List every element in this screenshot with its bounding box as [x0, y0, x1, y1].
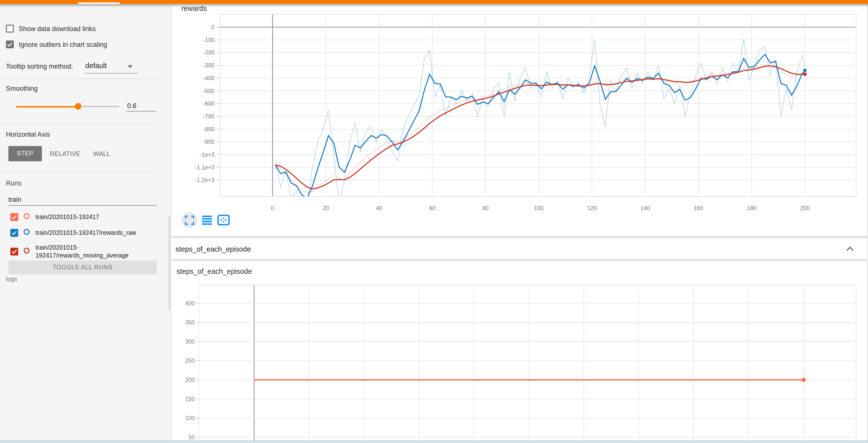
- svg-text:140: 140: [641, 205, 650, 211]
- divider: [0, 171, 158, 172]
- svg-text:150: 150: [185, 396, 195, 402]
- svg-text:0: 0: [271, 205, 274, 211]
- svg-text:-600: -600: [203, 100, 214, 107]
- run-label-1: train/20201015-192417: [35, 214, 160, 221]
- svg-text:-400: -400: [203, 75, 214, 81]
- horizontal-axis-label: Horizontal Axis: [6, 131, 50, 138]
- svg-text:60: 60: [429, 205, 435, 211]
- svg-text:180: 180: [747, 205, 756, 211]
- tooltip-sorting-select[interactable]: default: [85, 62, 107, 69]
- collapse-chevron-icon[interactable]: [846, 245, 854, 253]
- runs-filter-input[interactable]: [8, 196, 157, 206]
- sidebar-scrollbar[interactable]: [168, 216, 170, 310]
- svg-text:200: 200: [185, 377, 195, 383]
- svg-text:-700: -700: [203, 113, 214, 120]
- runs-label: Runs: [6, 180, 22, 187]
- tensorboard-app: Show data download links Ignore outliers…: [0, 0, 868, 443]
- svg-text:200: 200: [800, 205, 810, 211]
- rewards-chart-toolbar: [181, 212, 241, 229]
- fullscreen-icon[interactable]: [185, 215, 194, 225]
- rewards-line-chart[interactable]: 0-100-200-300-400-500-600-700-800-900-1e…: [172, 4, 867, 236]
- smoothing-slider-fill: [16, 106, 78, 107]
- check-icon: [11, 229, 18, 236]
- divider: [0, 79, 158, 79]
- run-radio-1[interactable]: [24, 213, 30, 219]
- axis-option-relative[interactable]: RELATIVE: [50, 150, 80, 157]
- svg-text:-500: -500: [203, 88, 214, 94]
- run-radio-2[interactable]: [24, 229, 30, 235]
- svg-text:-1.2e+3: -1.2e+3: [195, 177, 214, 183]
- rewards-chart-card: rewards 0-100-200-300-400-500-600-700-80…: [172, 4, 867, 236]
- svg-text:-900: -900: [203, 139, 214, 145]
- smoothing-slider-thumb[interactable]: [75, 103, 81, 110]
- svg-text:0: 0: [211, 24, 214, 30]
- smoothing-value-input[interactable]: [126, 102, 157, 112]
- svg-text:40: 40: [376, 205, 382, 211]
- tooltip-sorting-label: Tooltip sorting method:: [6, 63, 73, 70]
- run-radio-3[interactable]: [24, 248, 30, 254]
- svg-text:-1.1e+3: -1.1e+3: [195, 164, 214, 171]
- svg-text:300: 300: [185, 338, 195, 345]
- svg-text:-100: -100: [203, 37, 214, 43]
- svg-text:50: 50: [188, 434, 195, 441]
- svg-text:-300: -300: [203, 62, 214, 68]
- svg-text:160: 160: [694, 205, 703, 211]
- show-download-links-checkbox[interactable]: [6, 25, 14, 33]
- svg-text:120: 120: [587, 205, 597, 211]
- svg-text:350: 350: [185, 319, 195, 326]
- ignore-outliers-checkbox[interactable]: [6, 40, 14, 48]
- bottom-edge-strip: [0, 441, 868, 443]
- svg-text:-200: -200: [203, 49, 214, 56]
- svg-text:80: 80: [482, 205, 489, 211]
- divider: [0, 124, 158, 125]
- data-table-icon[interactable]: [202, 215, 212, 225]
- toggle-all-runs-button[interactable]: TOGGLE ALL RUNS: [8, 261, 157, 274]
- axis-option-wall[interactable]: WALL: [93, 150, 111, 157]
- steps-chart-card: steps_of_each_episode 400350300250200150…: [172, 262, 867, 443]
- run-checkbox-1[interactable]: [10, 213, 18, 221]
- check-icon: [11, 248, 18, 255]
- app-header-bar: [0, 0, 868, 4]
- show-download-links-label: Show data download links: [19, 25, 96, 33]
- active-tab-indicator: [78, 2, 120, 4]
- dashboard-main: rewards 0-100-200-300-400-500-600-700-80…: [172, 4, 868, 443]
- settings-sidebar: Show data download links Ignore outliers…: [0, 4, 171, 443]
- svg-text:-1e+3: -1e+3: [200, 151, 214, 158]
- svg-text:20: 20: [322, 205, 329, 211]
- steps-section-title: steps_of_each_episode: [176, 245, 251, 253]
- smoothing-label: Smoothing: [6, 85, 38, 92]
- dropdown-arrow-icon[interactable]: [128, 65, 132, 68]
- svg-text:100: 100: [185, 415, 195, 421]
- fit-domain-icon[interactable]: [217, 215, 230, 226]
- tooltip-sorting-underline: [85, 73, 138, 73]
- axis-option-step[interactable]: STEP: [8, 146, 42, 161]
- svg-text:250: 250: [185, 357, 195, 364]
- check-icon: [6, 41, 13, 48]
- logs-directory-label: logs: [6, 276, 17, 283]
- svg-text:100: 100: [534, 205, 544, 211]
- run-label-3: train/20201015-192417/rewards_moving_ave…: [35, 244, 160, 260]
- steps-line-chart[interactable]: 40035030025020015010050: [172, 262, 867, 443]
- check-icon: [11, 214, 18, 220]
- run-checkbox-2[interactable]: [10, 229, 18, 237]
- steps-section-header[interactable]: steps_of_each_episode: [172, 238, 867, 260]
- ignore-outliers-label: Ignore outliers in chart scaling: [19, 41, 107, 48]
- svg-text:400: 400: [185, 300, 195, 306]
- run-checkbox-3[interactable]: [10, 248, 18, 256]
- run-label-2: train/20201015-192417/rewards_raw: [35, 229, 160, 237]
- svg-text:-800: -800: [203, 126, 214, 132]
